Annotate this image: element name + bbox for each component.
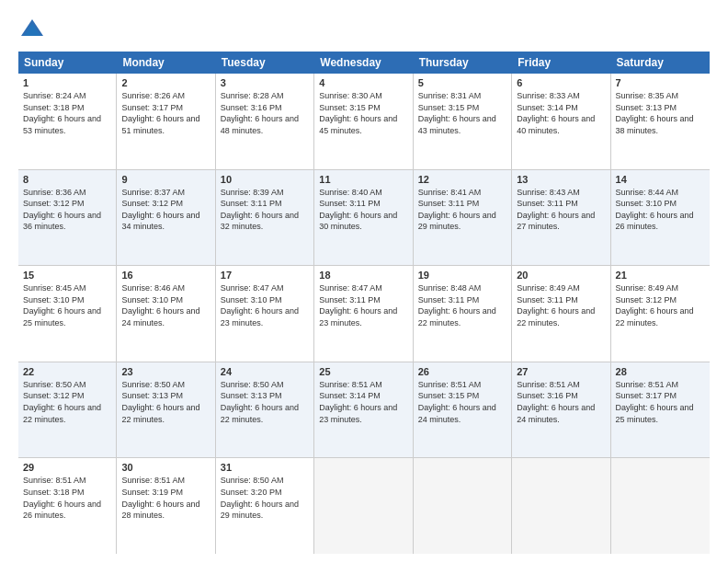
daylight: Daylight: 6 hours and 48 minutes. — [221, 114, 299, 135]
sunset: Sunset: 3:12 PM — [23, 199, 85, 208]
daylight: Daylight: 6 hours and 29 minutes. — [221, 500, 299, 521]
calendar-cell — [414, 458, 512, 554]
sunrise: Sunrise: 8:51 AM — [23, 476, 86, 485]
sunset: Sunset: 3:20 PM — [221, 488, 282, 497]
day-info: Sunrise: 8:44 AM Sunset: 3:10 PM Dayligh… — [616, 187, 705, 233]
day-number: 21 — [616, 270, 705, 281]
calendar-cell — [512, 458, 610, 554]
sunset: Sunset: 3:18 PM — [23, 488, 85, 497]
day-number: 9 — [121, 174, 210, 185]
calendar-cell: 24 Sunrise: 8:50 AM Sunset: 3:13 PM Dayl… — [216, 362, 314, 458]
day-number: 10 — [221, 174, 309, 185]
day-info: Sunrise: 8:50 AM Sunset: 3:13 PM Dayligh… — [121, 379, 210, 425]
sunrise: Sunrise: 8:39 AM — [221, 188, 284, 197]
daylight: Daylight: 6 hours and 53 minutes. — [23, 114, 101, 135]
calendar-cell: 13 Sunrise: 8:43 AM Sunset: 3:11 PM Dayl… — [512, 170, 610, 266]
calendar-body: 1 Sunrise: 8:24 AM Sunset: 3:18 PM Dayli… — [18, 74, 710, 554]
calendar-cell: 17 Sunrise: 8:47 AM Sunset: 3:10 PM Dayl… — [216, 266, 314, 362]
sunrise: Sunrise: 8:51 AM — [616, 380, 679, 389]
calendar-cell: 19 Sunrise: 8:48 AM Sunset: 3:11 PM Dayl… — [414, 266, 512, 362]
header — [18, 17, 710, 44]
sunset: Sunset: 3:17 PM — [616, 391, 677, 400]
day-info: Sunrise: 8:50 AM Sunset: 3:12 PM Dayligh… — [23, 379, 111, 425]
daylight: Daylight: 6 hours and 22 minutes. — [517, 306, 595, 327]
calendar-cell: 18 Sunrise: 8:47 AM Sunset: 3:11 PM Dayl… — [314, 266, 413, 362]
day-info: Sunrise: 8:40 AM Sunset: 3:11 PM Dayligh… — [319, 187, 407, 233]
day-number: 6 — [517, 77, 605, 88]
day-number: 12 — [418, 174, 506, 185]
sunrise: Sunrise: 8:31 AM — [418, 91, 482, 100]
day-number: 14 — [616, 174, 705, 185]
day-info: Sunrise: 8:50 AM Sunset: 3:13 PM Dayligh… — [221, 379, 309, 425]
weekday-header: Thursday — [414, 52, 512, 74]
day-info: Sunrise: 8:28 AM Sunset: 3:16 PM Dayligh… — [221, 90, 309, 136]
day-info: Sunrise: 8:48 AM Sunset: 3:11 PM Dayligh… — [418, 282, 506, 328]
day-number: 31 — [221, 462, 309, 473]
day-number: 2 — [121, 77, 210, 88]
daylight: Daylight: 6 hours and 40 minutes. — [517, 114, 595, 135]
calendar-cell: 23 Sunrise: 8:50 AM Sunset: 3:13 PM Dayl… — [117, 362, 215, 458]
daylight: Daylight: 6 hours and 22 minutes. — [23, 403, 101, 424]
sunset: Sunset: 3:14 PM — [319, 391, 381, 400]
day-number: 13 — [517, 174, 605, 185]
weekday-header: Saturday — [611, 52, 710, 74]
day-info: Sunrise: 8:36 AM Sunset: 3:12 PM Dayligh… — [23, 187, 111, 233]
day-info: Sunrise: 8:49 AM Sunset: 3:12 PM Dayligh… — [616, 282, 705, 328]
day-number: 26 — [418, 366, 506, 377]
day-info: Sunrise: 8:33 AM Sunset: 3:14 PM Dayligh… — [517, 90, 605, 136]
calendar-cell: 9 Sunrise: 8:37 AM Sunset: 3:12 PM Dayli… — [117, 170, 215, 266]
daylight: Daylight: 6 hours and 23 minutes. — [319, 403, 397, 424]
daylight: Daylight: 6 hours and 34 minutes. — [121, 211, 199, 232]
daylight: Daylight: 6 hours and 25 minutes. — [23, 306, 101, 327]
day-info: Sunrise: 8:39 AM Sunset: 3:11 PM Dayligh… — [221, 187, 309, 233]
day-number: 11 — [319, 174, 407, 185]
sunset: Sunset: 3:13 PM — [616, 103, 677, 112]
calendar-cell: 16 Sunrise: 8:46 AM Sunset: 3:10 PM Dayl… — [117, 266, 215, 362]
calendar-cell: 14 Sunrise: 8:44 AM Sunset: 3:10 PM Dayl… — [611, 170, 710, 266]
day-number: 16 — [121, 270, 210, 281]
sunrise: Sunrise: 8:50 AM — [221, 476, 284, 485]
calendar-cell: 28 Sunrise: 8:51 AM Sunset: 3:17 PM Dayl… — [611, 362, 710, 458]
sunrise: Sunrise: 8:51 AM — [517, 380, 580, 389]
page: SundayMondayTuesdayWednesdayThursdayFrid… — [0, 0, 728, 563]
calendar-cell: 15 Sunrise: 8:45 AM Sunset: 3:10 PM Dayl… — [18, 266, 117, 362]
calendar-cell: 26 Sunrise: 8:51 AM Sunset: 3:15 PM Dayl… — [414, 362, 512, 458]
day-number: 1 — [23, 77, 111, 88]
daylight: Daylight: 6 hours and 23 minutes. — [221, 306, 299, 327]
day-info: Sunrise: 8:45 AM Sunset: 3:10 PM Dayligh… — [23, 282, 111, 328]
daylight: Daylight: 6 hours and 23 minutes. — [319, 306, 397, 327]
calendar-cell: 2 Sunrise: 8:26 AM Sunset: 3:17 PM Dayli… — [117, 74, 215, 169]
day-info: Sunrise: 8:43 AM Sunset: 3:11 PM Dayligh… — [517, 187, 605, 233]
sunrise: Sunrise: 8:51 AM — [418, 380, 482, 389]
sunset: Sunset: 3:11 PM — [418, 199, 480, 208]
calendar-row: 15 Sunrise: 8:45 AM Sunset: 3:10 PM Dayl… — [18, 266, 710, 362]
sunset: Sunset: 3:10 PM — [616, 199, 677, 208]
weekday-header: Friday — [512, 52, 610, 74]
sunrise: Sunrise: 8:41 AM — [418, 188, 482, 197]
sunrise: Sunrise: 8:24 AM — [23, 91, 86, 100]
daylight: Daylight: 6 hours and 24 minutes. — [121, 306, 199, 327]
daylight: Daylight: 6 hours and 22 minutes. — [616, 306, 694, 327]
day-number: 15 — [23, 270, 111, 281]
day-info: Sunrise: 8:47 AM Sunset: 3:11 PM Dayligh… — [319, 282, 407, 328]
day-number: 27 — [517, 366, 605, 377]
sunset: Sunset: 3:17 PM — [121, 103, 183, 112]
sunset: Sunset: 3:11 PM — [418, 295, 480, 304]
sunset: Sunset: 3:10 PM — [23, 295, 85, 304]
calendar-row: 8 Sunrise: 8:36 AM Sunset: 3:12 PM Dayli… — [18, 170, 710, 267]
sunset: Sunset: 3:11 PM — [319, 295, 381, 304]
sunset: Sunset: 3:13 PM — [121, 391, 183, 400]
calendar-cell: 20 Sunrise: 8:49 AM Sunset: 3:11 PM Dayl… — [512, 266, 610, 362]
sunrise: Sunrise: 8:43 AM — [517, 188, 580, 197]
sunset: Sunset: 3:11 PM — [517, 295, 578, 304]
sunset: Sunset: 3:18 PM — [23, 103, 85, 112]
sunrise: Sunrise: 8:45 AM — [23, 283, 86, 293]
day-info: Sunrise: 8:26 AM Sunset: 3:17 PM Dayligh… — [121, 90, 210, 136]
day-info: Sunrise: 8:46 AM Sunset: 3:10 PM Dayligh… — [121, 282, 210, 328]
sunrise: Sunrise: 8:51 AM — [319, 380, 382, 389]
day-info: Sunrise: 8:51 AM Sunset: 3:17 PM Dayligh… — [616, 379, 705, 425]
daylight: Daylight: 6 hours and 25 minutes. — [616, 403, 694, 424]
calendar-cell: 11 Sunrise: 8:40 AM Sunset: 3:11 PM Dayl… — [314, 170, 413, 266]
sunrise: Sunrise: 8:36 AM — [23, 188, 86, 197]
sunset: Sunset: 3:11 PM — [319, 199, 381, 208]
